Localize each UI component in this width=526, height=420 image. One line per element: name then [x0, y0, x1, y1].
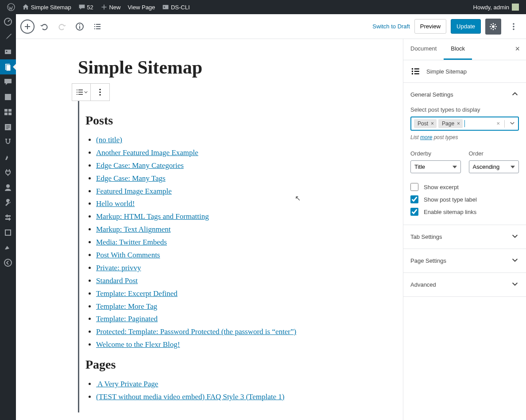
nav-item[interactable] — [0, 225, 16, 240]
nav-tools[interactable] — [0, 195, 16, 210]
nav-dashboard[interactable] — [0, 14, 16, 29]
svg-rect-7 — [5, 94, 11, 100]
sitemap-link[interactable]: Markup: HTML Tags and Formatting — [96, 212, 209, 221]
more-link[interactable]: more — [420, 134, 432, 140]
sitemap-link[interactable]: Private: privvy — [96, 264, 141, 272]
site-home-link[interactable]: Simple Sitemap — [19, 0, 75, 14]
nav-item[interactable] — [0, 120, 16, 135]
list-item: Template: Excerpt Defined — [96, 288, 340, 300]
sitemap-link[interactable]: Edge Case: Many Tags — [96, 174, 166, 183]
list-item: Another Featured Image Example — [96, 147, 340, 159]
list-item: Markup: HTML Tags and Formatting — [96, 210, 340, 223]
checkbox-show-excerpt[interactable]: Show excerpt — [410, 183, 519, 191]
block-more-button[interactable] — [91, 84, 109, 101]
site-name: Simple Sitemap — [31, 4, 71, 11]
sitemap-link[interactable]: (TEST without media video embed) FAQ Sty… — [96, 393, 284, 401]
list-item: Markup: Text Alignment — [96, 223, 340, 236]
editor-canvas[interactable]: Simple Sitemap Posts(no title)Another Fe… — [16, 39, 403, 420]
sitemap-link[interactable]: Another Featured Image Example — [96, 148, 198, 157]
list-item: Edge Case: Many Categories — [96, 159, 340, 172]
more-menu-button[interactable] — [506, 19, 522, 35]
orderby-label: Orderby — [410, 150, 461, 157]
checkbox-enable-links[interactable]: Enable sitemap links — [410, 208, 519, 216]
svg-point-24 — [513, 23, 514, 25]
nav-plugins[interactable] — [0, 165, 16, 180]
new-content-link[interactable]: New — [97, 0, 124, 14]
sitemap-link[interactable]: Protected: Template: Password Protected … — [96, 327, 296, 336]
block-nav-button[interactable] — [89, 19, 105, 35]
panel-page-toggle[interactable]: Page Settings — [403, 249, 526, 272]
page-title[interactable]: Simple Sitemap — [78, 57, 367, 78]
sitemap-link[interactable]: Edge Case: Many Categories — [96, 161, 184, 170]
content-info-button[interactable] — [72, 19, 88, 35]
sitemap-block[interactable]: Posts(no title)Another Featured Image Ex… — [78, 101, 348, 412]
comments-link[interactable]: 52 — [75, 0, 97, 14]
sitemap-link[interactable]: Featured Image Example — [96, 187, 172, 195]
svg-point-4 — [6, 51, 8, 52]
nav-users[interactable] — [0, 180, 16, 195]
checkbox-show-label[interactable]: Show post type label — [410, 195, 519, 203]
nav-comments[interactable] — [0, 74, 16, 89]
undo-button[interactable] — [36, 19, 52, 35]
order-select[interactable]: Ascending — [469, 160, 519, 173]
sitemap-link[interactable]: Welcome to the Flexr Blog! — [96, 340, 180, 349]
svg-rect-17 — [9, 218, 10, 221]
nav-media[interactable] — [0, 44, 16, 59]
tab-document[interactable]: Document — [403, 39, 444, 60]
chevron-down-icon[interactable] — [509, 120, 515, 128]
panel-tab-toggle[interactable]: Tab Settings — [403, 225, 526, 249]
preview-button[interactable]: Preview — [414, 19, 446, 34]
block-type-button[interactable] — [72, 84, 91, 101]
panel-advanced-toggle[interactable]: Advanced — [403, 273, 526, 296]
account-menu[interactable]: Howdy, admin — [473, 4, 522, 11]
add-block-button[interactable] — [20, 19, 35, 34]
update-button[interactable]: Update — [451, 19, 481, 34]
panel-general-toggle[interactable]: General Settings — [403, 83, 526, 106]
nav-item[interactable] — [0, 240, 16, 255]
nav-item[interactable] — [0, 89, 16, 105]
nav-item[interactable] — [0, 105, 16, 120]
close-sidebar-button[interactable]: × — [509, 39, 526, 60]
svg-rect-3 — [5, 50, 11, 54]
nav-pages[interactable] — [0, 59, 16, 74]
view-page-link[interactable]: View Page — [124, 0, 159, 14]
sitemap-link[interactable]: Post With Comments — [96, 251, 160, 259]
remove-tag-icon[interactable]: × — [430, 121, 435, 127]
svg-point-19 — [4, 259, 12, 266]
clear-all-icon[interactable]: × — [496, 120, 500, 128]
list-item: Featured Image Example — [96, 185, 340, 198]
list-item: Media: Twitter Embeds — [96, 236, 340, 249]
svg-point-28 — [99, 91, 101, 93]
wp-logo-menu[interactable] — [4, 0, 19, 14]
svg-rect-10 — [4, 113, 8, 115]
list-item: Private: privvy — [96, 262, 340, 275]
post-types-multiselect[interactable]: Post× Page× × — [410, 117, 519, 131]
svg-rect-33 — [414, 71, 419, 72]
tab-block[interactable]: Block — [444, 39, 472, 60]
nav-appearance[interactable] — [0, 150, 16, 165]
svg-point-34 — [412, 73, 413, 74]
sitemap-link[interactable]: Standard Post — [96, 276, 138, 285]
list-item: A Very Private Page — [96, 378, 340, 391]
dscli-link[interactable]: DS-CLI — [159, 0, 193, 14]
list-item: (TEST without media video embed) FAQ Sty… — [96, 391, 340, 404]
orderby-select[interactable]: Title — [410, 160, 461, 173]
sitemap-link[interactable]: A Very Private Page — [96, 380, 158, 388]
sitemap-link[interactable]: Markup: Text Alignment — [96, 225, 170, 233]
redo-button[interactable] — [54, 19, 70, 35]
sitemap-link[interactable]: Template: Excerpt Defined — [96, 289, 178, 298]
sitemap-link[interactable]: Hello world! — [96, 199, 135, 208]
sitemap-link[interactable]: Template: Paginated — [96, 315, 158, 323]
nav-item[interactable] — [0, 135, 16, 150]
settings-toggle[interactable] — [485, 19, 501, 35]
switch-to-draft-button[interactable]: Switch to Draft — [372, 23, 410, 30]
panel-advanced: Advanced — [403, 273, 526, 297]
nav-posts[interactable] — [0, 29, 16, 44]
nav-settings[interactable] — [0, 210, 16, 225]
remove-tag-icon[interactable]: × — [456, 121, 461, 127]
nav-collapse[interactable] — [0, 255, 16, 270]
sitemap-link[interactable]: Media: Twitter Embeds — [96, 238, 167, 246]
sidebar-tabs: Document Block × — [403, 39, 526, 60]
sitemap-link[interactable]: (no title) — [96, 136, 122, 144]
sitemap-link[interactable]: Template: More Tag — [96, 302, 157, 311]
